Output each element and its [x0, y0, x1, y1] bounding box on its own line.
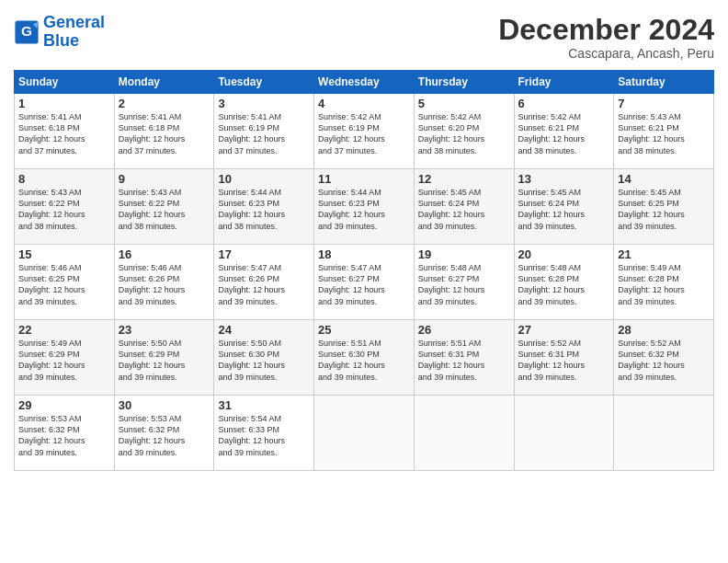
calendar-cell: 5Sunrise: 5:42 AM Sunset: 6:20 PM Daylig…	[414, 94, 514, 169]
day-number: 27	[518, 323, 610, 337]
calendar-cell: 31Sunrise: 5:54 AM Sunset: 6:33 PM Dayli…	[214, 396, 314, 471]
day-header-sunday: Sunday	[15, 71, 115, 94]
week-row-2: 8Sunrise: 5:43 AM Sunset: 6:22 PM Daylig…	[15, 169, 714, 245]
day-number: 23	[119, 323, 210, 337]
calendar-cell: 9Sunrise: 5:43 AM Sunset: 6:22 PM Daylig…	[114, 169, 214, 245]
calendar-cell: 8Sunrise: 5:43 AM Sunset: 6:22 PM Daylig…	[15, 169, 115, 245]
day-number: 4	[318, 97, 410, 110]
day-number: 19	[418, 247, 510, 261]
day-number: 14	[618, 172, 710, 186]
day-number: 2	[119, 97, 210, 110]
day-info: Sunrise: 5:47 AM Sunset: 6:26 PM Dayligh…	[218, 262, 310, 307]
calendar-cell: 16Sunrise: 5:46 AM Sunset: 6:26 PM Dayli…	[114, 245, 214, 320]
day-info: Sunrise: 5:46 AM Sunset: 6:25 PM Dayligh…	[18, 262, 110, 307]
day-number: 6	[518, 97, 610, 110]
day-number: 21	[618, 247, 710, 261]
day-header-tuesday: Tuesday	[214, 71, 314, 94]
day-info: Sunrise: 5:50 AM Sunset: 6:30 PM Dayligh…	[218, 338, 310, 383]
day-info: Sunrise: 5:41 AM Sunset: 6:18 PM Dayligh…	[119, 111, 210, 156]
calendar-cell: 21Sunrise: 5:49 AM Sunset: 6:28 PM Dayli…	[614, 245, 714, 320]
day-header-monday: Monday	[114, 71, 214, 94]
calendar-cell: 24Sunrise: 5:50 AM Sunset: 6:30 PM Dayli…	[214, 320, 314, 396]
day-number: 17	[218, 247, 310, 261]
calendar-cell	[514, 396, 614, 471]
calendar-cell: 28Sunrise: 5:52 AM Sunset: 6:32 PM Dayli…	[614, 320, 714, 396]
day-info: Sunrise: 5:51 AM Sunset: 6:31 PM Dayligh…	[418, 338, 510, 383]
day-number: 29	[18, 398, 110, 412]
calendar-cell: 26Sunrise: 5:51 AM Sunset: 6:31 PM Dayli…	[414, 320, 514, 396]
day-info: Sunrise: 5:49 AM Sunset: 6:29 PM Dayligh…	[18, 338, 110, 383]
day-number: 11	[318, 172, 410, 186]
day-info: Sunrise: 5:53 AM Sunset: 6:32 PM Dayligh…	[18, 413, 110, 458]
week-row-1: 1Sunrise: 5:41 AM Sunset: 6:18 PM Daylig…	[15, 94, 714, 169]
day-header-wednesday: Wednesday	[314, 71, 415, 94]
day-info: Sunrise: 5:46 AM Sunset: 6:26 PM Dayligh…	[119, 262, 210, 307]
day-header-saturday: Saturday	[614, 71, 714, 94]
day-info: Sunrise: 5:51 AM Sunset: 6:30 PM Dayligh…	[318, 338, 410, 383]
calendar-cell: 6Sunrise: 5:42 AM Sunset: 6:21 PM Daylig…	[514, 94, 614, 169]
day-info: Sunrise: 5:41 AM Sunset: 6:18 PM Dayligh…	[18, 111, 110, 156]
calendar-cell: 29Sunrise: 5:53 AM Sunset: 6:32 PM Dayli…	[15, 396, 115, 471]
calendar-cell: 3Sunrise: 5:41 AM Sunset: 6:19 PM Daylig…	[214, 94, 314, 169]
day-number: 18	[318, 247, 410, 261]
day-number: 10	[218, 172, 310, 186]
calendar-cell: 1Sunrise: 5:41 AM Sunset: 6:18 PM Daylig…	[15, 94, 115, 169]
day-number: 3	[218, 97, 310, 110]
day-number: 12	[418, 172, 510, 186]
day-number: 31	[218, 398, 310, 412]
calendar-table: SundayMondayTuesdayWednesdayThursdayFrid…	[14, 70, 714, 471]
calendar-page: G General Blue December 2024 Cascapara, …	[0, 0, 728, 563]
calendar-cell: 14Sunrise: 5:45 AM Sunset: 6:25 PM Dayli…	[614, 169, 714, 245]
day-info: Sunrise: 5:44 AM Sunset: 6:23 PM Dayligh…	[218, 187, 310, 232]
logo-line2: Blue	[43, 31, 79, 50]
calendar-cell: 13Sunrise: 5:45 AM Sunset: 6:24 PM Dayli…	[514, 169, 614, 245]
week-row-5: 29Sunrise: 5:53 AM Sunset: 6:32 PM Dayli…	[15, 396, 714, 471]
day-number: 16	[119, 247, 210, 261]
calendar-cell: 30Sunrise: 5:53 AM Sunset: 6:32 PM Dayli…	[114, 396, 214, 471]
day-number: 7	[618, 97, 710, 110]
calendar-cell: 17Sunrise: 5:47 AM Sunset: 6:26 PM Dayli…	[214, 245, 314, 320]
day-header-thursday: Thursday	[414, 71, 514, 94]
calendar-cell	[314, 396, 415, 471]
title-block: December 2024 Cascapara, Ancash, Peru	[498, 14, 714, 61]
calendar-cell: 27Sunrise: 5:52 AM Sunset: 6:31 PM Dayli…	[514, 320, 614, 396]
svg-text:G: G	[21, 23, 32, 39]
day-info: Sunrise: 5:52 AM Sunset: 6:32 PM Dayligh…	[618, 338, 710, 383]
calendar-cell: 12Sunrise: 5:45 AM Sunset: 6:24 PM Dayli…	[414, 169, 514, 245]
week-row-4: 22Sunrise: 5:49 AM Sunset: 6:29 PM Dayli…	[15, 320, 714, 396]
day-info: Sunrise: 5:53 AM Sunset: 6:32 PM Dayligh…	[119, 413, 210, 458]
logo-line1: General	[43, 13, 105, 31]
calendar-cell: 22Sunrise: 5:49 AM Sunset: 6:29 PM Dayli…	[15, 320, 115, 396]
logo-text: General Blue	[43, 14, 105, 51]
day-info: Sunrise: 5:44 AM Sunset: 6:23 PM Dayligh…	[318, 187, 410, 232]
day-info: Sunrise: 5:48 AM Sunset: 6:27 PM Dayligh…	[418, 262, 510, 307]
day-header-friday: Friday	[514, 71, 614, 94]
day-info: Sunrise: 5:49 AM Sunset: 6:28 PM Dayligh…	[618, 262, 710, 307]
calendar-cell: 7Sunrise: 5:43 AM Sunset: 6:21 PM Daylig…	[614, 94, 714, 169]
calendar-cell: 20Sunrise: 5:48 AM Sunset: 6:28 PM Dayli…	[514, 245, 614, 320]
day-number: 5	[418, 97, 510, 110]
day-info: Sunrise: 5:42 AM Sunset: 6:19 PM Dayligh…	[318, 111, 410, 156]
day-info: Sunrise: 5:45 AM Sunset: 6:24 PM Dayligh…	[418, 187, 510, 232]
day-info: Sunrise: 5:50 AM Sunset: 6:29 PM Dayligh…	[119, 338, 210, 383]
month-title: December 2024	[498, 14, 714, 46]
calendar-cell: 18Sunrise: 5:47 AM Sunset: 6:27 PM Dayli…	[314, 245, 415, 320]
day-info: Sunrise: 5:41 AM Sunset: 6:19 PM Dayligh…	[218, 111, 310, 156]
calendar-cell: 15Sunrise: 5:46 AM Sunset: 6:25 PM Dayli…	[15, 245, 115, 320]
day-number: 22	[18, 323, 110, 337]
day-number: 25	[318, 323, 410, 337]
days-header-row: SundayMondayTuesdayWednesdayThursdayFrid…	[15, 71, 714, 94]
logo-icon: G	[14, 19, 40, 45]
calendar-cell: 4Sunrise: 5:42 AM Sunset: 6:19 PM Daylig…	[314, 94, 415, 169]
day-info: Sunrise: 5:43 AM Sunset: 6:21 PM Dayligh…	[618, 111, 710, 156]
day-info: Sunrise: 5:48 AM Sunset: 6:28 PM Dayligh…	[518, 262, 610, 307]
week-row-3: 15Sunrise: 5:46 AM Sunset: 6:25 PM Dayli…	[15, 245, 714, 320]
calendar-cell: 23Sunrise: 5:50 AM Sunset: 6:29 PM Dayli…	[114, 320, 214, 396]
day-number: 13	[518, 172, 610, 186]
day-info: Sunrise: 5:45 AM Sunset: 6:24 PM Dayligh…	[518, 187, 610, 232]
calendar-cell	[614, 396, 714, 471]
day-info: Sunrise: 5:42 AM Sunset: 6:20 PM Dayligh…	[418, 111, 510, 156]
day-number: 26	[418, 323, 510, 337]
calendar-cell: 10Sunrise: 5:44 AM Sunset: 6:23 PM Dayli…	[214, 169, 314, 245]
day-number: 20	[518, 247, 610, 261]
